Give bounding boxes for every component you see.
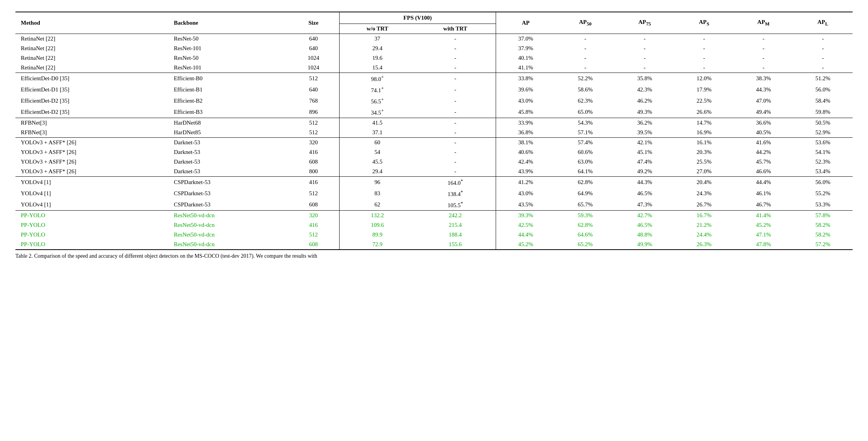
col-apm: APM (734, 12, 793, 34)
table-row: RFBNet[3]HarDNet8551237.1-36.8%57.1%39.5… (15, 128, 853, 138)
table-row: RetinaNet [22]ResNet-5064037-37.0%----- (15, 34, 853, 44)
table-row: RetinaNet [22]ResNet-101102415.4-41.1%--… (15, 63, 853, 73)
table-row: PP-YOLOResNet50-vd-dcn51289.9188.444.4%6… (15, 230, 853, 240)
table-row: YOLOv4 [1]CSPDarknet-5341696164.0*41.2%6… (15, 177, 853, 188)
col-method: Method (15, 12, 168, 34)
comparison-table: Method Backbone Size FPS (V100) AP AP50 … (15, 12, 853, 250)
col-fps-group: FPS (V100) (340, 12, 496, 24)
col-size: Size (288, 12, 340, 34)
table-row: RFBNet[3]HarDNet6851241.5-33.9%54.3%36.2… (15, 118, 853, 128)
table-row: PP-YOLOResNet50-vd-dcn416109.6215.442.5%… (15, 220, 853, 230)
table-row: YOLOv3 + ASFF* [26]Darknet-5341654-40.6%… (15, 147, 853, 157)
table-row: YOLOv4 [1]CSPDarknet-5360862105.5*43.5%6… (15, 199, 853, 211)
table-row: YOLOv3 + ASFF* [26]Darknet-5360845.5-42.… (15, 157, 853, 167)
table-row: YOLOv3 + ASFF* [26]Darknet-5332060-38.1%… (15, 138, 853, 148)
col-ap: AP (496, 12, 555, 34)
table-row: RetinaNet [22]ResNet-50102419.6-40.1%---… (15, 53, 853, 63)
table-row: PP-YOLOResNet50-vd-dcn320132.2242.239.3%… (15, 211, 853, 221)
col-backbone: Backbone (168, 12, 288, 34)
table-caption: Table 2. Comparison of the speed and acc… (15, 253, 853, 259)
page-container: Method Backbone Size FPS (V100) AP AP50 … (15, 12, 853, 259)
table-row: EfficientDet-D2 [35]Efficient-B276856.5+… (15, 95, 853, 106)
col-apl: APL (793, 12, 853, 34)
col-ap50: AP50 (555, 12, 615, 34)
table-row: YOLOv4 [1]CSPDarknet-5351283138.4*43.0%6… (15, 188, 853, 199)
table-row: RetinaNet [22]ResNet-10164029.4-37.9%---… (15, 44, 853, 53)
table-row: YOLOv3 + ASFF* [26]Darknet-5380029.4-43.… (15, 167, 853, 177)
table-row: EfficientDet-D0 [35]Efficient-B051298.0+… (15, 73, 853, 84)
table-row: EfficientDet-D1 [35]Efficient-B164074.1+… (15, 84, 853, 95)
table-row: PP-YOLOResNet50-vd-dcn60872.9155.645.2%6… (15, 240, 853, 250)
table-row: EfficientDet-D2 [35]Efficient-B389634.5+… (15, 106, 853, 118)
col-ap75: AP75 (615, 12, 674, 34)
col-aps: APS (675, 12, 734, 34)
col-fps-wtrt: with TRT (415, 24, 496, 34)
col-fps-wotrt: w/o TRT (340, 24, 415, 34)
